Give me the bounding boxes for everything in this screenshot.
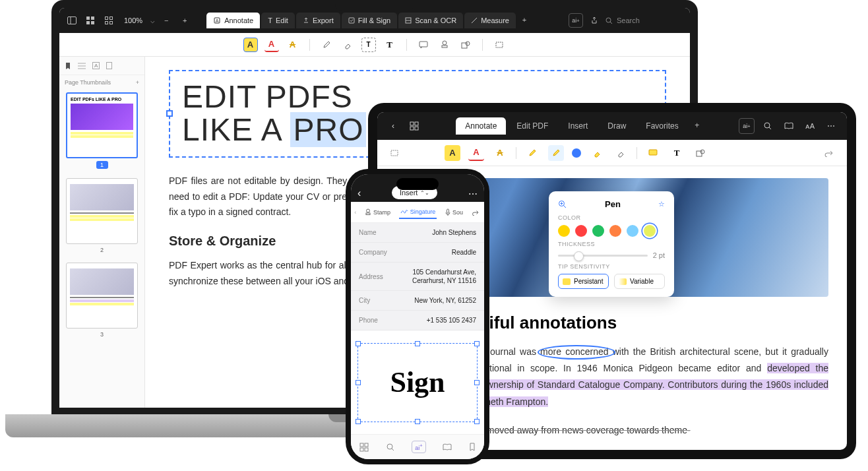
svg-rect-17 <box>419 42 427 47</box>
doc-title-line2a: LIKE A <box>182 112 290 147</box>
tab-scan-ocr[interactable]: Scan & OCR <box>398 13 463 28</box>
tip-persistent[interactable]: Persistant <box>558 274 609 289</box>
thumbnail-2[interactable]: 2 <box>66 178 138 253</box>
search-input[interactable]: Search <box>605 16 685 24</box>
eraser-icon[interactable] <box>340 38 355 52</box>
annotations-list-icon[interactable]: A <box>92 62 100 69</box>
ipad-tab-insert[interactable]: Insert <box>559 117 597 135</box>
pen-icon[interactable] <box>319 38 334 52</box>
marker-icon[interactable] <box>548 145 564 161</box>
undo-icon[interactable] <box>472 209 481 216</box>
text-box-icon[interactable]: T <box>361 38 376 52</box>
back-icon[interactable]: ‹ <box>357 187 361 199</box>
blue-dot[interactable] <box>572 148 581 158</box>
tab-export[interactable]: Export <box>296 13 340 28</box>
strike-yellow[interactable]: A <box>286 38 300 52</box>
select-area-icon[interactable] <box>492 38 507 52</box>
field-name[interactable]: NameJohn Stephens <box>351 223 484 243</box>
eraser-icon[interactable] <box>613 145 629 161</box>
edit-icon: T <box>268 16 272 24</box>
underline-red[interactable]: A <box>468 145 484 161</box>
svg-rect-46 <box>360 448 363 451</box>
tool-signature[interactable]: Singature <box>399 206 437 219</box>
color-yellow[interactable] <box>558 225 570 237</box>
search-icon[interactable] <box>760 118 776 134</box>
more-icon[interactable]: ⋯ <box>468 189 478 199</box>
text-icon[interactable]: T <box>669 145 685 161</box>
back-icon[interactable]: ‹ <box>385 118 401 134</box>
highlight-yellow[interactable]: A <box>445 145 460 161</box>
tip-variable[interactable]: Variable <box>614 274 665 289</box>
outline-icon[interactable] <box>78 63 86 69</box>
favorite-icon[interactable]: ☆ <box>658 200 665 208</box>
thumbnail-3[interactable]: 3 <box>66 263 138 338</box>
color-lightblue[interactable] <box>627 225 638 237</box>
bookmark-icon[interactable] <box>65 62 71 70</box>
shape-icon[interactable] <box>693 145 708 161</box>
add-page-icon[interactable]: + <box>136 79 139 86</box>
share-icon[interactable] <box>587 13 602 28</box>
ai-icon[interactable]: ai+ <box>412 441 425 453</box>
ai-icon[interactable]: ai+ <box>569 13 583 28</box>
stamp-icon[interactable] <box>437 38 452 52</box>
search-icon[interactable] <box>386 443 395 452</box>
search-icon <box>605 17 613 24</box>
tool-sound[interactable]: Sou <box>444 206 464 219</box>
field-city[interactable]: CityNew York, NY, 61252 <box>351 291 484 311</box>
signature-box[interactable]: Sign <box>357 343 478 422</box>
note-yellow-icon[interactable] <box>645 145 661 161</box>
field-company[interactable]: CompanyReaddle <box>351 243 484 263</box>
tool-stamp[interactable]: Stamp <box>363 206 392 219</box>
ai-icon[interactable]: ai+ <box>739 118 755 134</box>
grid-view-icon[interactable] <box>83 13 98 28</box>
color-orange[interactable] <box>609 225 621 237</box>
add-tab-icon[interactable]: + <box>517 13 532 27</box>
tab-fill-sign[interactable]: Fill & Sign <box>342 13 398 28</box>
select-area-icon[interactable] <box>387 145 402 161</box>
grid-icon[interactable] <box>406 118 422 134</box>
page-icon[interactable] <box>106 62 112 69</box>
svg-rect-3 <box>91 16 94 20</box>
pen-yellow-icon[interactable] <box>524 145 540 161</box>
tip-label: TIP SENSITIVITY <box>558 263 665 270</box>
zoom-out-icon[interactable]: − <box>159 13 173 28</box>
prev-tool-icon[interactable]: ‹ <box>354 209 356 216</box>
book-icon[interactable] <box>443 443 452 451</box>
thumbnails-icon[interactable] <box>102 13 116 28</box>
ipad-tab-favorites[interactable]: Favorites <box>636 117 687 135</box>
color-red[interactable] <box>575 225 587 237</box>
color-green[interactable] <box>592 225 604 237</box>
svg-point-31 <box>764 123 770 128</box>
tab-measure[interactable]: Measure <box>464 13 516 28</box>
tab-annotate[interactable]: A Annotate <box>206 13 260 28</box>
add-tab-icon[interactable]: + <box>689 117 705 133</box>
highlight-yellow[interactable]: A <box>243 38 258 52</box>
field-phone[interactable]: Phone+1 535 105 2437 <box>351 311 484 330</box>
zoom-level[interactable]: 100% <box>120 16 146 24</box>
popover-title: Pen <box>605 199 621 209</box>
text-size-icon[interactable]: ᴀA <box>802 118 818 134</box>
eraser-yellow-icon[interactable] <box>589 145 605 161</box>
grid-icon[interactable] <box>359 443 369 452</box>
thickness-slider[interactable] <box>558 255 648 257</box>
zoom-in-icon[interactable]: + <box>177 13 192 28</box>
color-lime[interactable] <box>644 225 656 237</box>
book-icon[interactable] <box>781 118 797 134</box>
ipad-tab-edit[interactable]: Edit PDF <box>507 117 557 135</box>
thumbnail-1[interactable]: EDIT PDFs LIKE A PRO 1 <box>66 92 138 169</box>
underline-red[interactable]: A <box>264 38 279 52</box>
more-icon[interactable]: ⋯ <box>823 118 839 134</box>
strike-yellow[interactable]: A <box>492 145 508 161</box>
bookmark-icon[interactable] <box>469 443 476 451</box>
fill-sign-icon <box>348 17 355 24</box>
shape-icon[interactable] <box>458 38 473 52</box>
ipad-tab-annotate[interactable]: Annotate <box>456 117 506 135</box>
undo-icon[interactable] <box>822 145 838 161</box>
field-address[interactable]: Address105 Cendarhurst Ave, Cerarhurst, … <box>351 263 484 291</box>
sidebar-toggle-icon[interactable] <box>65 13 79 28</box>
ipad-tab-draw[interactable]: Draw <box>598 117 635 135</box>
text-icon[interactable]: T <box>383 38 397 52</box>
note-icon[interactable] <box>416 38 431 52</box>
zoom-in-icon[interactable] <box>558 200 567 209</box>
tab-edit[interactable]: T Edit <box>261 13 295 28</box>
